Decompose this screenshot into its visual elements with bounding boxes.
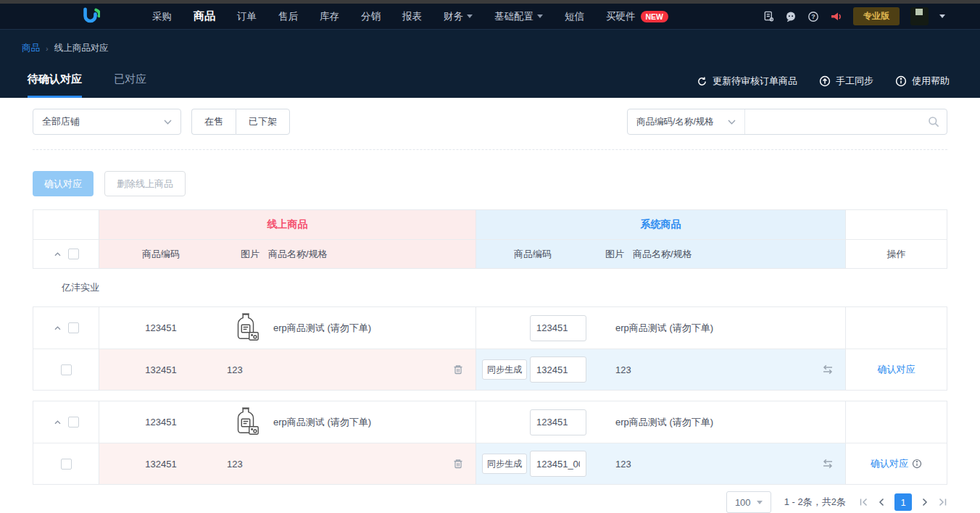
row-checkbox[interactable]	[68, 417, 79, 428]
online-product-code: 123451	[99, 417, 223, 428]
nav-item-buy-hardware[interactable]: 买硬件NEW	[606, 10, 668, 23]
confirm-match-button[interactable]: 确认对应	[33, 171, 94, 196]
row-actions-cell	[845, 307, 947, 349]
tab-actions: 更新待审核订单商品 手工同步 使用帮助	[697, 75, 950, 88]
table-row-parent: 123451 erp商品测试 (请勿下单)	[33, 307, 947, 349]
app-logo[interactable]	[81, 7, 100, 26]
delete-online-product-button[interactable]: 删除线上商品	[104, 171, 186, 196]
nav-item-procurement[interactable]: 采购	[152, 10, 172, 23]
chevron-down-icon	[728, 120, 736, 125]
system-code-input[interactable]	[530, 315, 586, 341]
pagination-footer: 100 1 - 2条，共2条 1	[0, 485, 980, 513]
nav-item-aftersales[interactable]: 售后	[278, 10, 298, 23]
block-gap	[33, 391, 947, 401]
shop-select[interactable]: 全部店铺	[33, 109, 181, 135]
chevron-up-icon[interactable]	[54, 420, 62, 425]
system-product-name: 123	[615, 364, 845, 375]
bottle-image-icon	[231, 406, 261, 439]
system-product-name: erp商品测试 (请勿下单)	[615, 416, 845, 429]
confirm-match-link[interactable]: 确认对应	[878, 363, 915, 376]
trash-icon[interactable]	[452, 458, 464, 470]
bottle-image-icon	[231, 312, 261, 345]
nav-item-finance[interactable]: 财务	[444, 10, 473, 23]
dashed-divider	[33, 149, 947, 150]
refresh-pending-orders-link[interactable]: 更新待审核订单商品	[697, 75, 797, 88]
tab-pending-confirm[interactable]: 待确认对应	[28, 72, 82, 98]
row-checkbox[interactable]	[68, 322, 79, 333]
tab-matched[interactable]: 已对应	[114, 72, 146, 98]
system-code-header: 商品编码	[482, 248, 584, 261]
new-badge: NEW	[641, 11, 669, 22]
next-page-button[interactable]	[921, 498, 929, 506]
system-code-input[interactable]	[530, 356, 586, 383]
trash-icon[interactable]	[452, 364, 464, 375]
select-all-checkbox[interactable]	[68, 249, 79, 259]
chevron-up-icon[interactable]	[54, 325, 62, 330]
online-product-name: 123	[223, 459, 476, 470]
online-group-title: 线上商品	[99, 218, 476, 231]
name-header-label: 商品名称/规格	[268, 248, 328, 261]
system-code-input[interactable]	[530, 451, 586, 477]
on-sale-button[interactable]: 在售	[191, 109, 236, 135]
ops-header-spacer	[845, 210, 947, 239]
header-spacer-cell	[33, 210, 99, 239]
off-shelf-button[interactable]: 已下架	[236, 109, 290, 135]
chevron-down-icon	[537, 14, 543, 18]
upload-circle-icon	[819, 75, 831, 87]
chevron-down-icon	[467, 14, 473, 18]
filter-row: 全部店铺 在售 已下架 商品编码/名称/规格	[33, 109, 947, 135]
avatar[interactable]	[910, 7, 929, 25]
system-product-cell: 同步生成 123	[476, 443, 845, 484]
matching-table: 线上商品 系统商品 商品编码 图片 商品名称	[33, 209, 947, 485]
image-header-label: 图片	[241, 248, 259, 261]
nav-item-basic-config[interactable]: 基础配置	[494, 10, 543, 23]
page-size-select[interactable]: 100	[726, 491, 771, 513]
nav-item-inventory[interactable]: 库存	[320, 10, 339, 23]
confirm-match-label: 确认对应	[871, 457, 908, 470]
chevron-up-icon[interactable]	[54, 251, 62, 256]
last-page-button[interactable]	[938, 498, 947, 506]
ops-header-cell: 操作	[845, 240, 947, 268]
sync-generate-button[interactable]: 同步生成	[482, 454, 527, 474]
search-icon[interactable]	[928, 116, 939, 128]
system-code-input[interactable]	[530, 409, 586, 435]
notification-horn-icon[interactable]	[830, 11, 842, 22]
nav-item-orders[interactable]: 订单	[237, 10, 257, 23]
online-sub-header: 商品编码 图片 商品名称/规格	[99, 240, 476, 268]
confirm-match-link[interactable]: 确认对应	[871, 457, 922, 470]
nav-item-reports[interactable]: 报表	[402, 10, 422, 23]
swap-arrows-icon[interactable]	[821, 364, 835, 375]
product-image[interactable]	[223, 406, 269, 439]
chevron-down-icon	[164, 120, 172, 125]
help-icon[interactable]: ?	[807, 11, 819, 22]
manual-sync-link[interactable]: 手工同步	[819, 75, 873, 88]
nav-item-sms[interactable]: 短信	[565, 10, 584, 23]
row-checkbox[interactable]	[61, 459, 72, 470]
help-link[interactable]: 使用帮助	[895, 75, 950, 88]
breadcrumb-current: 线上商品对应	[54, 42, 109, 54]
system-group-header-cell: 系统商品	[476, 210, 845, 239]
online-product-name: 123	[223, 364, 476, 375]
first-page-button[interactable]	[859, 498, 868, 506]
billing-icon[interactable]	[763, 11, 774, 22]
refresh-label: 更新待审核订单商品	[713, 75, 797, 88]
swap-arrows-icon[interactable]	[821, 458, 835, 470]
chat-icon[interactable]	[785, 11, 797, 22]
prev-page-button[interactable]	[878, 498, 885, 506]
product-image[interactable]	[223, 312, 269, 345]
chevron-down-icon[interactable]	[939, 14, 945, 18]
search-type-select[interactable]: 商品编码/名称/规格	[628, 109, 745, 134]
table-header-block: 线上商品 系统商品 商品编码 图片 商品名称	[33, 209, 947, 269]
row-checkbox[interactable]	[61, 364, 72, 375]
breadcrumb-parent[interactable]: 商品	[22, 42, 40, 54]
info-icon[interactable]	[912, 459, 922, 469]
pager: 1	[859, 493, 947, 511]
row-select-cell	[33, 349, 99, 390]
nav-item-products[interactable]: 商品	[194, 9, 215, 23]
pro-version-badge[interactable]: 专业版	[853, 7, 900, 25]
page-number-button[interactable]: 1	[894, 493, 912, 511]
table-row-parent: 123451 erp商品测试 (请勿下单)	[33, 401, 947, 443]
sync-generate-button[interactable]: 同步生成	[482, 359, 527, 380]
nav-item-distribution[interactable]: 分销	[361, 10, 381, 23]
search-input[interactable]	[745, 109, 928, 134]
